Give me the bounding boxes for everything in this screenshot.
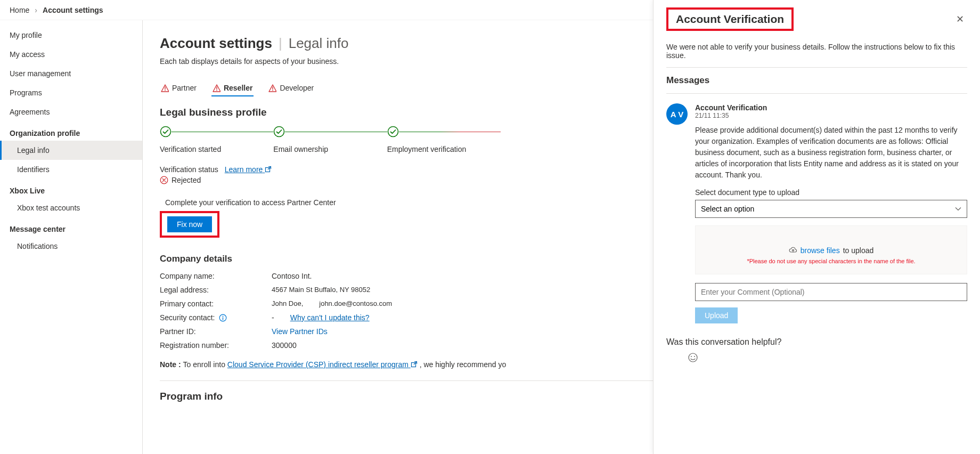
feedback-smiley[interactable] — [675, 352, 711, 364]
csp-link-text: Cloud Service Provider (CSP) indirect re… — [227, 360, 409, 369]
check-circle-icon — [273, 126, 285, 137]
security-contact-value: - — [272, 313, 274, 322]
upload-warning: *Please do not use any special character… — [701, 258, 961, 264]
step-verification-started: Verification started — [160, 145, 221, 153]
warning-icon — [213, 84, 220, 92]
document-type-select[interactable]: Select an option — [695, 200, 967, 218]
note-mid: To enroll into — [183, 360, 227, 369]
partner-id-label: Partner ID: — [160, 327, 272, 336]
upload-button[interactable]: Upload — [695, 307, 738, 323]
security-contact-label-text: Security contact: — [160, 313, 215, 322]
panel-title-highlight: Account Verification — [666, 7, 794, 31]
tab-reseller[interactable]: Reseller — [211, 80, 254, 96]
warning-icon — [268, 84, 276, 92]
comment-input[interactable] — [695, 283, 967, 301]
warning-icon — [161, 84, 169, 92]
note-suffix: , we highly recommend yo — [418, 360, 507, 369]
browse-files-link[interactable]: browse files — [801, 246, 840, 255]
security-why-link[interactable]: Why can't I update this? — [290, 313, 370, 322]
sidebar-item-legal-info[interactable]: Legal info — [0, 141, 142, 160]
tab-partner-label: Partner — [172, 84, 197, 92]
step-email-ownership: Email ownership — [273, 145, 328, 153]
verification-status-label: Verification status — [160, 165, 218, 174]
fix-now-highlight: Fix now — [160, 211, 219, 238]
message-item: A V Account Verification 21/11 11:35 Ple… — [666, 103, 967, 323]
tab-partner[interactable]: Partner — [160, 80, 198, 96]
smiley-icon — [688, 352, 698, 363]
breadcrumb-home[interactable]: Home — [10, 6, 29, 14]
note-prefix: Note : — [160, 360, 183, 369]
helpful-question: Was this conversation helpful? — [654, 337, 980, 347]
learn-more-link[interactable]: Learn more — [225, 165, 272, 174]
tab-developer-label: Developer — [280, 84, 314, 92]
sidebar: My profile My access User management Pro… — [0, 20, 143, 454]
file-dropzone[interactable]: browse files to upload *Please do not us… — [695, 225, 967, 274]
check-circle-icon — [160, 126, 172, 137]
security-contact-label: Security contact: — [160, 313, 272, 322]
sidebar-item-user-management[interactable]: User management — [0, 64, 142, 83]
sidebar-header-organization-profile: Organization profile — [0, 121, 142, 141]
csp-program-link[interactable]: Cloud Service Provider (CSP) indirect re… — [227, 360, 418, 369]
external-link-icon — [411, 361, 418, 368]
registration-number-label: Registration number: — [160, 341, 272, 350]
sidebar-item-my-profile[interactable]: My profile — [0, 26, 142, 45]
messages-heading: Messages — [666, 75, 967, 86]
company-name-label: Company name: — [160, 272, 272, 280]
sidebar-item-xbox-test-accounts[interactable]: Xbox test accounts — [0, 198, 142, 217]
sidebar-item-identifiers[interactable]: Identifiers — [0, 160, 142, 179]
tab-developer[interactable]: Developer — [267, 80, 315, 96]
avatar: A V — [666, 103, 688, 125]
breadcrumb-current: Account settings — [43, 6, 103, 14]
check-circle-icon — [387, 126, 399, 137]
select-doc-type-label: Select document type to upload — [695, 188, 967, 197]
info-icon[interactable] — [219, 314, 227, 322]
sidebar-item-programs[interactable]: Programs — [0, 83, 142, 102]
primary-contact-label: Primary contact: — [160, 299, 272, 308]
status-rejected: Rejected — [172, 176, 201, 184]
verification-steps: Verification started Email ownership Emp… — [160, 126, 501, 153]
step-employment-verification: Employment verification — [387, 145, 467, 153]
primary-contact-name: John Doe, — [272, 299, 303, 307]
panel-title: Account Verification — [676, 13, 784, 26]
page-title-sub: Legal info — [289, 35, 349, 52]
message-body: Please provide additional document(s) da… — [695, 125, 967, 181]
legal-address-label: Legal address: — [160, 286, 272, 294]
company-name-value: Contoso Int. — [272, 272, 336, 280]
sidebar-item-notifications[interactable]: Notifications — [0, 237, 142, 256]
sidebar-header-xbox-live: Xbox Live — [0, 179, 142, 198]
close-panel-button[interactable]: ✕ — [953, 10, 967, 28]
title-divider: | — [279, 35, 282, 52]
message-title: Account Verification — [695, 103, 967, 112]
account-verification-panel: Account Verification ✕ We were not able … — [653, 0, 980, 454]
panel-description: We were not able to verify your business… — [666, 43, 967, 60]
sidebar-header-message-center: Message center — [0, 217, 142, 237]
page-title-main: Account settings — [160, 35, 272, 52]
fix-now-button[interactable]: Fix now — [167, 216, 212, 232]
x-circle-icon — [160, 176, 168, 184]
cloud-upload-icon — [789, 246, 797, 255]
sidebar-item-agreements[interactable]: Agreements — [0, 102, 142, 121]
sidebar-item-my-access[interactable]: My access — [0, 45, 142, 64]
to-upload-text: to upload — [843, 246, 874, 255]
tab-reseller-label: Reseller — [224, 84, 252, 92]
chevron-right-icon: › — [35, 6, 37, 14]
message-timestamp: 21/11 11:35 — [695, 112, 967, 119]
learn-more-text: Learn more — [225, 165, 263, 174]
view-partner-ids-link[interactable]: View Partner IDs — [272, 327, 328, 336]
primary-contact-email: john.doe@contoso.com — [319, 299, 392, 307]
external-link-icon — [265, 166, 272, 173]
